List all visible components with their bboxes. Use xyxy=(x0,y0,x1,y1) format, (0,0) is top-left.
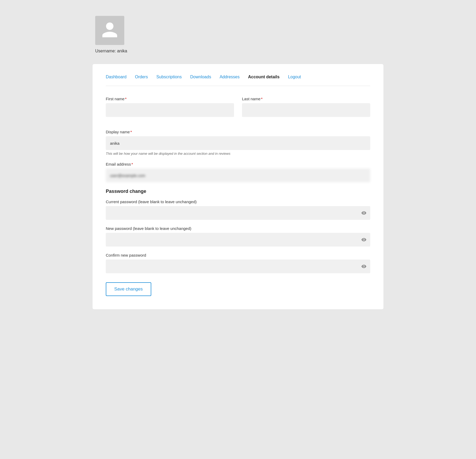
toggle-new-password-icon[interactable] xyxy=(361,237,367,242)
email-group: Email address* xyxy=(106,162,370,182)
nav-tabs: Dashboard Orders Subscriptions Downloads… xyxy=(106,75,370,86)
new-password-label: New password (leave blank to leave uncha… xyxy=(106,226,370,231)
account-form: First name* Last name* Display name* Th xyxy=(106,97,370,296)
confirm-password-input[interactable] xyxy=(106,260,370,273)
tab-account-details[interactable]: Account details xyxy=(248,75,280,79)
new-password-wrapper xyxy=(106,233,370,247)
name-row: First name* Last name* xyxy=(106,97,370,123)
toggle-current-password-icon[interactable] xyxy=(361,210,367,216)
main-card: Dashboard Orders Subscriptions Downloads… xyxy=(93,64,383,309)
current-password-input[interactable] xyxy=(106,206,370,220)
last-name-label: Last name* xyxy=(242,97,370,101)
tab-logout[interactable]: Logout xyxy=(288,75,301,79)
last-name-group: Last name* xyxy=(242,97,370,117)
display-name-group: Display name* This will be how your name… xyxy=(106,130,370,156)
new-password-input[interactable] xyxy=(106,233,370,247)
tab-orders[interactable]: Orders xyxy=(135,75,148,79)
confirm-password-label: Confirm new password xyxy=(106,253,370,257)
first-name-group: First name* xyxy=(106,97,234,117)
toggle-confirm-password-icon[interactable] xyxy=(361,264,367,269)
display-name-hint: This will be how your name will be displ… xyxy=(106,152,370,156)
save-changes-button[interactable]: Save changes xyxy=(106,282,151,296)
new-password-group: New password (leave blank to leave uncha… xyxy=(106,226,370,247)
display-name-label: Display name* xyxy=(106,130,370,134)
username-label: Username: anika xyxy=(95,49,127,53)
first-name-label: First name* xyxy=(106,97,234,101)
display-name-input[interactable] xyxy=(106,136,370,150)
current-password-wrapper xyxy=(106,206,370,220)
last-name-input[interactable] xyxy=(242,103,370,117)
tab-downloads[interactable]: Downloads xyxy=(190,75,211,79)
email-input[interactable] xyxy=(106,169,370,182)
confirm-password-group: Confirm new password xyxy=(106,253,370,273)
tab-dashboard[interactable]: Dashboard xyxy=(106,75,126,79)
page-container: Username: anika Dashboard Orders Subscri… xyxy=(93,16,383,309)
user-icon xyxy=(100,21,119,40)
email-label: Email address* xyxy=(106,162,370,166)
current-password-label: Current password (leave blank to leave u… xyxy=(106,199,370,204)
avatar xyxy=(95,16,124,45)
tab-subscriptions[interactable]: Subscriptions xyxy=(156,75,182,79)
current-password-group: Current password (leave blank to leave u… xyxy=(106,199,370,220)
first-name-input[interactable] xyxy=(106,103,234,117)
profile-section: Username: anika xyxy=(95,16,383,53)
confirm-password-wrapper xyxy=(106,260,370,273)
password-section-title: Password change xyxy=(106,189,370,194)
tab-addresses[interactable]: Addresses xyxy=(219,75,240,79)
